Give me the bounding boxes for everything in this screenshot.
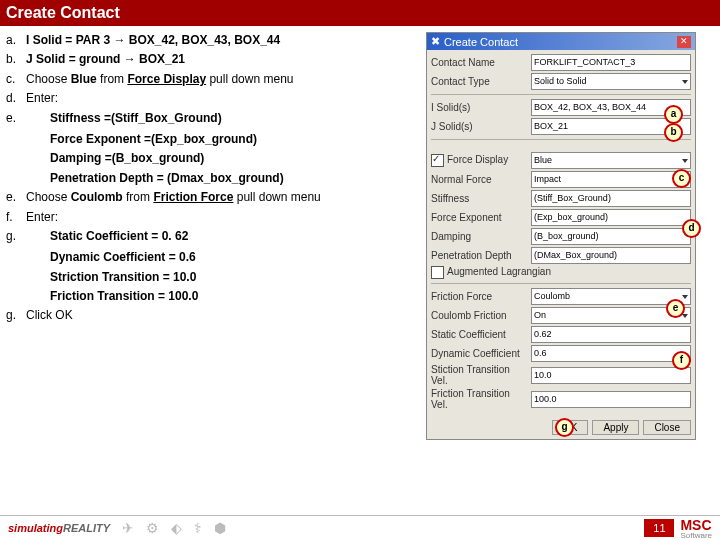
force-exponent-input[interactable]: (Exp_box_ground) bbox=[531, 209, 691, 226]
field-label: Dynamic Coefficient bbox=[431, 348, 527, 359]
step-text: I Solid = PAR 3 → BOX_42, BOX_43, BOX_44 bbox=[26, 32, 418, 49]
slide-footer: simulating REALITY ✈ ⚙ ⬖ ⚕ ⬢ 11 MSCSoftw… bbox=[0, 515, 720, 540]
stiction-vel-input[interactable]: 10.0 bbox=[531, 367, 691, 384]
step-label: g. bbox=[6, 307, 26, 324]
step-text: Enter: bbox=[26, 209, 418, 226]
friction-vel-input[interactable]: 100.0 bbox=[531, 391, 691, 408]
callout-e: e bbox=[666, 299, 685, 318]
field-label: Coulomb Friction bbox=[431, 310, 527, 321]
step-text: Choose Coulomb from Friction Force pull … bbox=[26, 189, 418, 206]
field-label: Stiffness bbox=[431, 193, 527, 204]
step-sub: Damping =(B_box_ground) bbox=[50, 150, 418, 167]
field-label: Augmented Lagrangian bbox=[431, 266, 551, 279]
create-contact-dialog: ✖ Create Contact ✕ Contact NameFORKLIFT_… bbox=[426, 32, 696, 440]
apply-button[interactable]: Apply bbox=[592, 420, 639, 435]
force-display-checkbox[interactable] bbox=[431, 154, 444, 167]
footer-simulating: simulating bbox=[0, 522, 63, 534]
step-sub: Static Coefficient = 0. 62 bbox=[50, 228, 418, 245]
field-label: J Solid(s) bbox=[431, 121, 527, 132]
force-display-select[interactable]: Blue bbox=[531, 152, 691, 169]
callout-f: f bbox=[672, 351, 691, 370]
callout-g: g bbox=[555, 418, 574, 437]
field-label: Force Display bbox=[431, 154, 527, 167]
slide-title: Create Contact bbox=[0, 0, 720, 26]
step-sub: Penetration Depth = (Dmax_box_ground) bbox=[50, 170, 418, 187]
contact-type-select[interactable]: Solid to Solid bbox=[531, 73, 691, 90]
field-label: Penetration Depth bbox=[431, 250, 527, 261]
step-sub: Friction Transition = 100.0 bbox=[50, 288, 418, 305]
step-sub: Striction Transition = 10.0 bbox=[50, 269, 418, 286]
field-label: Friction Transition Vel. bbox=[431, 388, 527, 410]
step-label: d. bbox=[6, 90, 26, 107]
step-sub: Dynamic Coefficient = 0.6 bbox=[50, 249, 418, 266]
field-label: Damping bbox=[431, 231, 527, 242]
dialog-title: Create Contact bbox=[444, 36, 518, 48]
stiffness-input[interactable]: (Stiff_Box_Ground) bbox=[531, 190, 691, 207]
aug-lagrangian-checkbox[interactable] bbox=[431, 266, 444, 279]
brand-logo: MSCSoftware bbox=[680, 517, 712, 539]
footer-reality: REALITY bbox=[63, 522, 110, 534]
penetration-depth-input[interactable]: (DMax_Box_ground) bbox=[531, 247, 691, 264]
close-button[interactable]: Close bbox=[643, 420, 691, 435]
dynamic-coef-input[interactable]: 0.6 bbox=[531, 345, 691, 362]
step-sub: Stiffness =(Stiff_Box_Ground) bbox=[50, 110, 418, 127]
field-label: Contact Name bbox=[431, 57, 527, 68]
step-text: J Solid = ground → BOX_21 bbox=[26, 51, 418, 68]
static-coef-input[interactable]: 0.62 bbox=[531, 326, 691, 343]
callout-b: b bbox=[664, 123, 683, 142]
page-number: 11 bbox=[644, 519, 674, 537]
callout-d: d bbox=[682, 219, 701, 238]
callout-a: a bbox=[664, 105, 683, 124]
close-icon[interactable]: ✕ bbox=[677, 36, 691, 48]
step-label: a. bbox=[6, 32, 26, 49]
field-label: Stiction Transition Vel. bbox=[431, 364, 527, 386]
step-label: g. bbox=[6, 228, 26, 247]
step-text: Click OK bbox=[26, 307, 418, 324]
normal-force-select[interactable]: Impact bbox=[531, 171, 691, 188]
dialog-titlebar: ✖ Create Contact ✕ bbox=[427, 33, 695, 50]
dialog-icon: ✖ bbox=[431, 35, 440, 48]
contact-name-input[interactable]: FORKLIFT_CONTACT_3 bbox=[531, 54, 691, 71]
footer-glyphs-icon: ✈ ⚙ ⬖ ⚕ ⬢ bbox=[122, 520, 230, 536]
field-label: Contact Type bbox=[431, 76, 527, 87]
steps-column: a.I Solid = PAR 3 → BOX_42, BOX_43, BOX_… bbox=[6, 32, 418, 440]
callout-c: c bbox=[672, 169, 691, 188]
step-label: e. bbox=[6, 189, 26, 206]
step-label: b. bbox=[6, 51, 26, 68]
step-label: e. bbox=[6, 110, 26, 129]
step-label: f. bbox=[6, 209, 26, 226]
field-label: Static Coefficient bbox=[431, 329, 527, 340]
step-label: c. bbox=[6, 71, 26, 88]
step-text: Choose Blue from Force Display pull down… bbox=[26, 71, 418, 88]
field-label: Normal Force bbox=[431, 174, 527, 185]
field-label: Force Exponent bbox=[431, 212, 527, 223]
step-text: Enter: bbox=[26, 90, 418, 107]
field-label: I Solid(s) bbox=[431, 102, 527, 113]
step-sub: Force Exponent =(Exp_box_ground) bbox=[50, 131, 418, 148]
field-label: Friction Force bbox=[431, 291, 527, 302]
damping-input[interactable]: (B_box_ground) bbox=[531, 228, 691, 245]
